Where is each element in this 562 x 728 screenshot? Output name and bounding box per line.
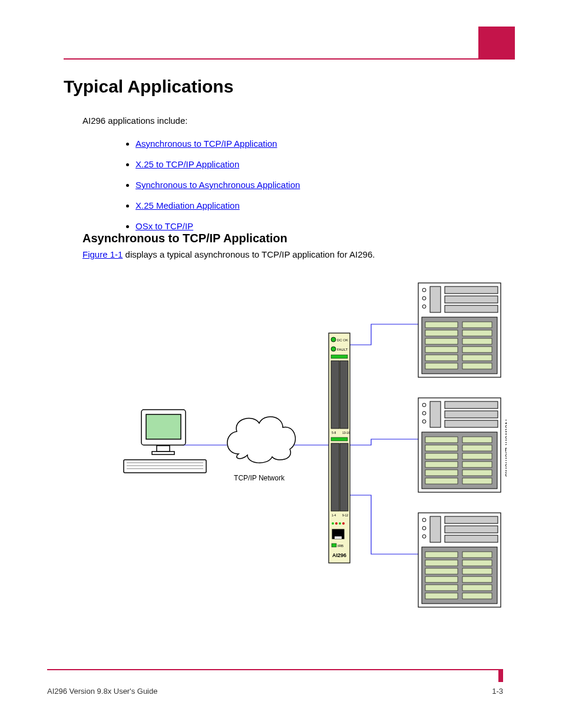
- svg-rect-79: [425, 560, 458, 566]
- figure-ref-text: displays a typical asynchronous to TCP/I…: [123, 249, 375, 259]
- svg-point-11: [331, 337, 336, 342]
- network-elements-label: Network Elements: [504, 419, 507, 476]
- svg-point-20: [335, 522, 338, 525]
- bullet-item: Synchronous to Asynchronous Application: [135, 180, 300, 190]
- svg-rect-43: [425, 355, 458, 361]
- svg-rect-75: [445, 535, 498, 542]
- ports-5-8: 5-8: [332, 431, 336, 434]
- intro-text: AI296 applications include:: [82, 115, 497, 127]
- network-elements-brace: Network Elements: [504, 419, 507, 476]
- footer-left: AI296 Version 9.8x User's Guide: [47, 687, 157, 696]
- section-title: Asynchronous to TCP/IP Application: [82, 232, 287, 245]
- svg-rect-14: [331, 361, 339, 429]
- svg-rect-3: [146, 414, 181, 439]
- top-accent-box: [478, 27, 515, 58]
- network-element-1: [418, 283, 501, 377]
- svg-rect-16: [331, 437, 348, 441]
- bullet-list: Asynchronous to TCP/IP Application X.25 …: [112, 139, 300, 242]
- bullet-item: OSx to TCP/IP: [135, 221, 300, 231]
- ports-1-4: 1-4: [332, 513, 336, 517]
- svg-rect-61: [462, 453, 492, 459]
- svg-rect-18: [340, 443, 348, 511]
- svg-rect-80: [462, 560, 492, 566]
- link-osx-tcpip[interactable]: OSx to TCP/IP: [135, 221, 193, 231]
- svg-rect-87: [425, 593, 458, 599]
- bottom-accent: [498, 669, 503, 682]
- svg-rect-82: [462, 568, 492, 574]
- bottom-rule: [47, 669, 503, 670]
- svg-rect-6: [124, 460, 206, 473]
- svg-rect-46: [462, 363, 492, 369]
- figure-reference: Figure 1-1 displays a typical asynchrono…: [82, 249, 375, 259]
- network-element-3: [418, 513, 501, 607]
- connection-lines: [183, 324, 418, 554]
- cloud-label: TCP/IP Network: [234, 474, 285, 482]
- dc-ok-label: DC OK: [337, 338, 348, 342]
- network-diagram: TCP/IP Network DC OK FAULT 13-16 5-8 9-1…: [106, 277, 507, 619]
- svg-rect-33: [445, 305, 498, 312]
- svg-rect-41: [425, 347, 458, 353]
- svg-rect-17: [331, 443, 339, 511]
- svg-rect-83: [425, 577, 458, 582]
- svg-rect-42: [462, 347, 492, 353]
- footer-right: 1-3: [492, 687, 503, 696]
- bullet-item: Asynchronous to TCP/IP Application: [135, 139, 300, 149]
- svg-rect-67: [462, 478, 492, 484]
- irb-label: IRB: [338, 544, 343, 548]
- top-rule: [64, 58, 515, 60]
- device-model: AI296: [332, 552, 346, 558]
- svg-point-22: [342, 522, 345, 525]
- cloud-icon: TCP/IP Network: [227, 417, 296, 482]
- svg-rect-13: [331, 355, 348, 358]
- ports-13-16: 13-16: [342, 431, 350, 434]
- svg-rect-53: [445, 411, 498, 418]
- svg-rect-84: [462, 577, 492, 582]
- svg-rect-56: [425, 437, 458, 443]
- svg-rect-66: [425, 478, 458, 484]
- network-element-2: [418, 398, 501, 492]
- fault-label: FAULT: [337, 348, 348, 351]
- ai296-device: DC OK FAULT 13-16 5-8 9-12 1-4: [329, 333, 350, 563]
- terminal-icon: [124, 410, 206, 473]
- svg-rect-58: [425, 445, 458, 451]
- link-x25-mediation[interactable]: X.25 Mediation Application: [135, 200, 240, 210]
- svg-rect-35: [425, 322, 458, 328]
- svg-rect-38: [462, 330, 492, 336]
- svg-rect-51: [430, 401, 441, 427]
- svg-rect-64: [425, 470, 458, 476]
- svg-rect-25: [332, 543, 336, 547]
- link-x25-tcpip[interactable]: X.25 to TCP/IP Application: [135, 159, 239, 169]
- svg-rect-54: [445, 420, 498, 427]
- page: Typical Applications AI296 applications …: [0, 0, 562, 728]
- bullet-item: X.25 to TCP/IP Application: [135, 159, 300, 169]
- svg-rect-88: [462, 593, 492, 599]
- svg-rect-78: [462, 552, 492, 558]
- link-async-tcpip[interactable]: Asynchronous to TCP/IP Application: [135, 139, 277, 149]
- svg-rect-74: [445, 526, 498, 533]
- svg-rect-85: [425, 585, 458, 591]
- svg-rect-86: [462, 585, 492, 591]
- svg-rect-24: [335, 536, 342, 539]
- svg-rect-60: [425, 453, 458, 459]
- svg-point-12: [331, 347, 336, 351]
- svg-rect-15: [340, 361, 348, 429]
- svg-rect-62: [425, 462, 458, 467]
- svg-rect-44: [462, 355, 492, 361]
- svg-rect-81: [425, 568, 458, 574]
- svg-rect-59: [462, 445, 492, 451]
- svg-point-21: [339, 522, 341, 525]
- link-sync-async[interactable]: Synchronous to Asynchronous Application: [135, 180, 300, 190]
- page-title: Typical Applications: [64, 77, 233, 97]
- svg-rect-77: [425, 552, 458, 558]
- ports-9-12: 9-12: [342, 513, 348, 517]
- svg-rect-73: [445, 516, 498, 523]
- svg-rect-32: [445, 296, 498, 303]
- svg-rect-4: [157, 446, 170, 452]
- svg-rect-45: [425, 363, 458, 369]
- svg-rect-5: [152, 452, 174, 454]
- svg-rect-39: [425, 338, 458, 344]
- figure-link[interactable]: Figure 1-1: [82, 249, 123, 259]
- svg-point-19: [332, 522, 334, 525]
- svg-rect-72: [430, 516, 441, 542]
- svg-rect-40: [462, 338, 492, 344]
